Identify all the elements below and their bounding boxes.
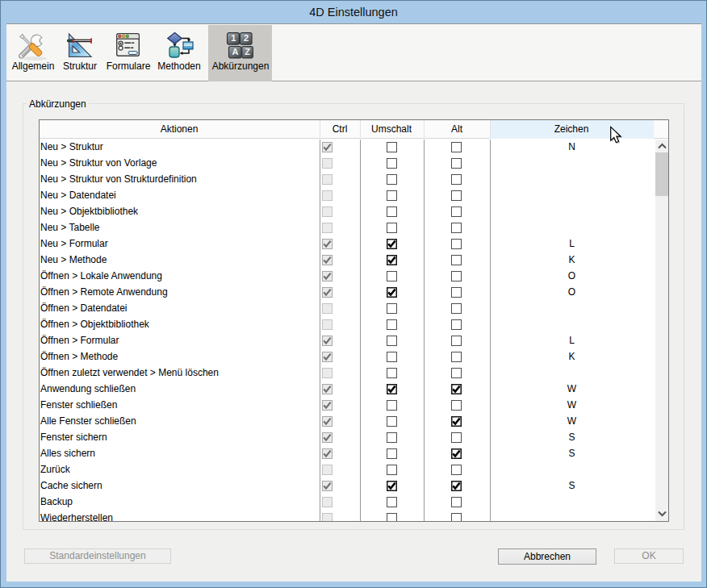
svg-text:1: 1 <box>231 33 236 43</box>
svg-text:Z: Z <box>245 47 250 56</box>
svg-text:A: A <box>232 47 238 56</box>
svg-text:2: 2 <box>244 33 249 43</box>
